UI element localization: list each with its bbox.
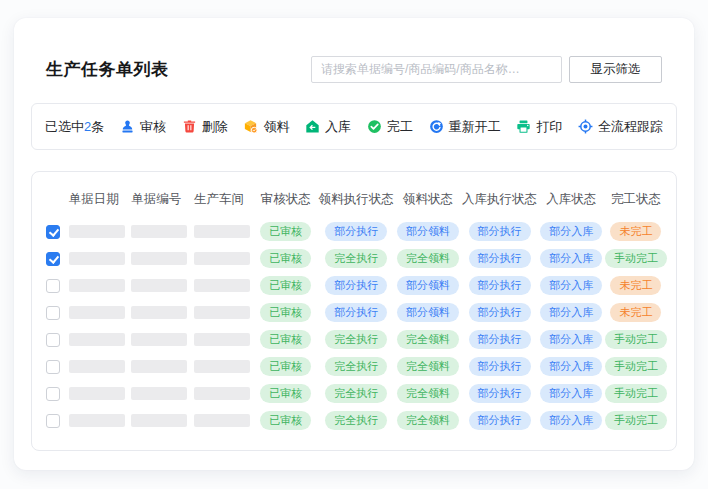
doc-date-placeholder — [69, 360, 125, 373]
row-checkbox[interactable] — [46, 225, 60, 239]
inbound-exec-status-badge: 部分执行 — [469, 330, 531, 349]
col-header-pick-status: 领料状态 — [396, 191, 460, 208]
workshop-placeholder — [194, 252, 250, 265]
pick-status-badge: 完全领料 — [397, 357, 459, 376]
col-header-pick-exec: 领料执行状态 — [317, 191, 395, 208]
inbound-exec-status-badge: 部分执行 — [469, 222, 531, 241]
col-header-complete: 完工状态 — [604, 191, 668, 208]
inbound-exec-status-badge: 部分执行 — [469, 384, 531, 403]
inbound-status-badge: 部分入库 — [540, 276, 602, 295]
col-header-inbound: 入库状态 — [539, 191, 603, 208]
complete-status-badge: 未完工 — [610, 222, 661, 241]
inbound-status-badge: 部分入库 — [540, 411, 602, 430]
delete-button-label: 删除 — [202, 118, 228, 136]
audit-button-label: 审核 — [140, 118, 166, 136]
inbound-exec-status-badge: 部分执行 — [469, 249, 531, 268]
pick-status-badge: 完全领料 — [397, 384, 459, 403]
workshop-placeholder — [194, 225, 250, 238]
table-row[interactable]: 已审核 完全执行 完全领料 部分执行 部分入库 手动完工 — [38, 407, 670, 434]
complete-status-badge: 手动完工 — [605, 330, 667, 349]
table-header-row: 单据日期 单据编号 生产车间 审核状态 领料执行状态 领料状态 入库执行状态 入… — [38, 180, 670, 218]
package-icon — [243, 119, 258, 134]
restart-icon — [429, 119, 444, 134]
tracking-button-label: 全流程跟踪 — [598, 118, 663, 136]
pick-exec-status-badge: 部分执行 — [325, 276, 387, 295]
table-row[interactable]: 已审核 完全执行 完全领料 部分执行 部分入库 手动完工 — [38, 380, 670, 407]
pick-material-button-label: 领料 — [263, 118, 289, 136]
production-task-list-card: 生产任务单列表 显示筛选 已选中2条 审核 删除 — [14, 18, 694, 470]
pick-status-badge: 部分领料 — [397, 276, 459, 295]
doc-date-placeholder — [69, 387, 125, 400]
workshop-placeholder — [194, 414, 250, 427]
inbound-status-badge: 部分入库 — [540, 330, 602, 349]
doc-date-placeholder — [69, 306, 125, 319]
complete-status-badge: 手动完工 — [605, 384, 667, 403]
inbound-status-badge: 部分入库 — [540, 303, 602, 322]
col-header-workshop: 生产车间 — [192, 191, 254, 208]
row-checkbox[interactable] — [46, 252, 60, 266]
row-checkbox[interactable] — [46, 387, 60, 401]
col-header-audit-status: 审核状态 — [255, 191, 317, 208]
row-checkbox[interactable] — [46, 414, 60, 428]
table-row[interactable]: 已审核 部分执行 部分领料 部分执行 部分入库 未完工 — [38, 299, 670, 326]
table-row[interactable]: 已审核 部分执行 部分领料 部分执行 部分入库 未完工 — [38, 218, 670, 245]
table-body: 已审核 部分执行 部分领料 部分执行 部分入库 未完工 已审核 完全执行 完全领… — [38, 218, 670, 434]
inbound-exec-status-badge: 部分执行 — [469, 357, 531, 376]
doc-number-placeholder — [131, 333, 187, 346]
pick-status-badge: 部分领料 — [397, 222, 459, 241]
col-header-inbound-exec: 入库执行状态 — [461, 191, 539, 208]
doc-date-placeholder — [69, 333, 125, 346]
table-row[interactable]: 已审核 完全执行 完全领料 部分执行 部分入库 手动完工 — [38, 353, 670, 380]
table-row[interactable]: 已审核 部分执行 部分领料 部分执行 部分入库 未完工 — [38, 272, 670, 299]
complete-status-badge: 手动完工 — [605, 411, 667, 430]
pick-exec-status-badge: 完全执行 — [325, 249, 387, 268]
doc-number-placeholder — [131, 414, 187, 427]
pick-material-button[interactable]: 领料 — [243, 118, 289, 136]
audit-status-badge: 已审核 — [260, 330, 311, 349]
warehouse-icon — [305, 119, 320, 134]
printer-icon — [516, 119, 531, 134]
inbound-exec-status-badge: 部分执行 — [469, 276, 531, 295]
search-input[interactable] — [311, 56, 562, 83]
doc-number-placeholder — [131, 306, 187, 319]
audit-button[interactable]: 审核 — [120, 118, 166, 136]
complete-button[interactable]: 完工 — [367, 118, 413, 136]
print-button[interactable]: 打印 — [516, 118, 562, 136]
show-filter-button[interactable]: 显示筛选 — [569, 56, 662, 83]
row-checkbox[interactable] — [46, 333, 60, 347]
audit-status-badge: 已审核 — [260, 222, 311, 241]
pick-status-badge: 部分领料 — [397, 303, 459, 322]
doc-number-placeholder — [131, 360, 187, 373]
row-checkbox[interactable] — [46, 279, 60, 293]
doc-number-placeholder — [131, 225, 187, 238]
complete-status-badge: 手动完工 — [605, 357, 667, 376]
col-header-doc-date: 单据日期 — [67, 191, 129, 208]
workshop-placeholder — [194, 306, 250, 319]
row-checkbox[interactable] — [46, 360, 60, 374]
warehouse-in-button[interactable]: 入库 — [305, 118, 351, 136]
pick-exec-status-badge: 完全执行 — [325, 330, 387, 349]
restart-button-label: 重新开工 — [449, 118, 501, 136]
page-title: 生产任务单列表 — [46, 58, 169, 81]
doc-date-placeholder — [69, 279, 125, 292]
doc-date-placeholder — [69, 414, 125, 427]
row-checkbox[interactable] — [46, 306, 60, 320]
doc-number-placeholder — [131, 279, 187, 292]
tracking-button[interactable]: 全流程跟踪 — [578, 118, 663, 136]
inbound-exec-status-badge: 部分执行 — [469, 411, 531, 430]
inbound-status-badge: 部分入库 — [540, 222, 602, 241]
restart-button[interactable]: 重新开工 — [429, 118, 501, 136]
inbound-status-badge: 部分入库 — [540, 357, 602, 376]
pick-exec-status-badge: 完全执行 — [325, 357, 387, 376]
inbound-exec-status-badge: 部分执行 — [469, 303, 531, 322]
pick-exec-status-badge: 完全执行 — [325, 384, 387, 403]
stamp-icon — [120, 119, 135, 134]
trash-icon — [182, 119, 197, 134]
pick-status-badge: 完全领料 — [397, 330, 459, 349]
workshop-placeholder — [194, 387, 250, 400]
table-row[interactable]: 已审核 完全执行 完全领料 部分执行 部分入库 手动完工 — [38, 326, 670, 353]
target-icon — [578, 119, 593, 134]
delete-button[interactable]: 删除 — [182, 118, 228, 136]
print-button-label: 打印 — [536, 118, 562, 136]
table-row[interactable]: 已审核 完全执行 完全领料 部分执行 部分入库 手动完工 — [38, 245, 670, 272]
